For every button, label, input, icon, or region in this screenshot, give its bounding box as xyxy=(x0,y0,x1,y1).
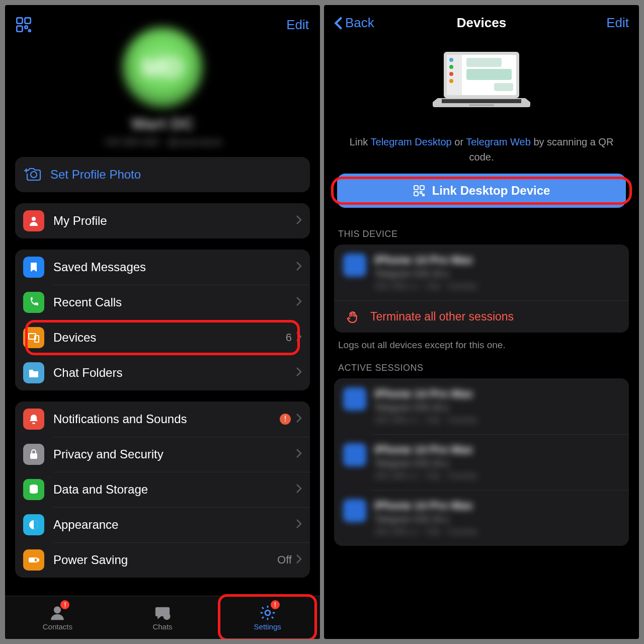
this-device-card: iPhone 14 Pro Max Telegram iOS 10.x 192.… xyxy=(334,245,629,333)
appearance-row[interactable]: Appearance xyxy=(15,507,310,542)
session-row[interactable]: iPhone 14 Pro Max Telegram iOS 10.x 192.… xyxy=(334,490,629,546)
folder-icon xyxy=(23,362,44,383)
svg-point-23 xyxy=(449,72,453,76)
svg-point-17 xyxy=(265,610,270,615)
power-saving-row[interactable]: Power Saving Off xyxy=(15,542,310,578)
devices-panel: Back Devices Edit Link Tele xyxy=(324,5,639,639)
saved-messages-row[interactable]: Saved Messages xyxy=(15,250,310,285)
telegram-desktop-link[interactable]: Telegram Desktop xyxy=(371,136,452,147)
chevron-right-icon xyxy=(296,215,302,227)
devices-row-wrap: Devices 6 xyxy=(15,320,310,355)
svg-rect-1 xyxy=(25,18,31,23)
tab-label: Chats xyxy=(152,622,172,631)
section-header-this-device: THIS DEVICE xyxy=(324,217,639,245)
terminate-sessions-button[interactable]: Terminate all other sessions xyxy=(334,300,629,333)
svg-rect-28 xyxy=(442,99,521,103)
tab-bar: ! Contacts Chats ! Settings xyxy=(5,596,320,639)
devices-icon xyxy=(23,327,44,348)
set-profile-photo-button[interactable]: Set Profile Photo xyxy=(15,157,310,192)
svg-rect-25 xyxy=(466,58,502,67)
device-text: iPhone 14 Pro Max Telegram iOS 10.x 192.… xyxy=(374,499,477,537)
svg-rect-34 xyxy=(423,194,424,196)
back-button[interactable]: Back xyxy=(334,15,374,31)
devices-count: 6 xyxy=(286,331,292,344)
link-desktop-device-button[interactable]: Link Desktop Device xyxy=(337,174,626,208)
svg-point-24 xyxy=(449,79,453,83)
svg-rect-31 xyxy=(420,186,424,190)
devices-row[interactable]: Devices 6 xyxy=(15,320,310,355)
chat-folders-row[interactable]: Chat Folders xyxy=(15,355,310,390)
row-label: Appearance xyxy=(53,518,296,532)
set-photo-label: Set Profile Photo xyxy=(50,168,141,182)
back-label: Back xyxy=(345,15,374,31)
svg-point-21 xyxy=(449,58,453,62)
svg-rect-0 xyxy=(17,18,22,23)
section-footer: Logs out all devices except for this one… xyxy=(324,333,639,351)
bell-icon xyxy=(23,409,44,430)
device-icon xyxy=(343,443,366,466)
privacy-row[interactable]: Privacy and Security xyxy=(15,437,310,472)
profile-subtitle: +00 000 000 · @username xyxy=(103,136,222,148)
button-label: Link Desktop Device xyxy=(432,184,550,198)
row-label: Notifications and Sounds xyxy=(53,412,280,426)
svg-rect-26 xyxy=(466,69,512,80)
qr-icon xyxy=(413,185,425,197)
row-label: Devices xyxy=(53,331,286,345)
tab-contacts[interactable]: ! Contacts xyxy=(5,596,110,639)
session-row[interactable]: iPhone 14 Pro Max Telegram iOS 10.x 192.… xyxy=(334,378,629,434)
terminate-label: Terminate all other sessions xyxy=(370,310,514,324)
svg-point-22 xyxy=(449,65,453,69)
device-icon xyxy=(343,387,366,411)
camera-add-icon xyxy=(24,166,41,183)
chevron-right-icon xyxy=(296,261,302,273)
my-profile-card: My Profile xyxy=(15,203,310,238)
row-label: Privacy and Security xyxy=(53,447,296,461)
chat-group-card: Saved Messages Recent Calls Devices 6 xyxy=(15,250,310,390)
svg-point-6 xyxy=(32,217,36,221)
row-label: Saved Messages xyxy=(53,260,296,274)
svg-rect-33 xyxy=(420,192,422,194)
settings-panel: Edit MD Wart DC +00 000 000 · @username … xyxy=(5,5,320,639)
tab-settings[interactable]: ! Settings xyxy=(215,596,320,639)
my-profile-row[interactable]: My Profile xyxy=(15,203,310,238)
active-sessions-card: iPhone 14 Pro Max Telegram iOS 10.x 192.… xyxy=(334,378,629,546)
this-device-row[interactable]: iPhone 14 Pro Max Telegram iOS 10.x 192.… xyxy=(334,245,629,300)
data-storage-row[interactable]: Data and Storage xyxy=(15,472,310,507)
lock-icon xyxy=(23,444,44,465)
laptop-illustration-icon xyxy=(429,48,534,125)
avatar[interactable]: MD xyxy=(122,27,203,108)
svg-rect-27 xyxy=(494,83,513,91)
chevron-right-icon xyxy=(296,296,302,308)
profile-icon xyxy=(23,210,44,231)
tab-chats[interactable]: Chats xyxy=(110,596,215,639)
device-text: iPhone 14 Pro Max Telegram iOS 10.x 192.… xyxy=(374,443,477,481)
svg-rect-14 xyxy=(30,559,34,561)
session-row[interactable]: iPhone 14 Pro Max Telegram iOS 10.x 192.… xyxy=(334,434,629,490)
row-label: Recent Calls xyxy=(53,295,296,309)
device-icon xyxy=(343,254,366,277)
tab-label: Contacts xyxy=(43,622,72,631)
power-value: Off xyxy=(277,553,292,567)
tab-badge-icon: ! xyxy=(59,599,70,610)
link-description: Link Telegram Desktop or Telegram Web by… xyxy=(324,134,639,165)
database-icon xyxy=(23,479,44,500)
hand-stop-icon xyxy=(346,310,359,324)
svg-rect-20 xyxy=(447,55,462,95)
chevron-right-icon xyxy=(296,448,302,460)
chevron-right-icon xyxy=(296,413,302,425)
chevron-right-icon xyxy=(296,367,302,379)
row-label: Power Saving xyxy=(53,553,277,567)
battery-icon xyxy=(23,549,44,571)
devices-content: Link Telegram Desktop or Telegram Web by… xyxy=(324,41,639,639)
telegram-web-link[interactable]: Telegram Web xyxy=(466,136,531,147)
edit-button[interactable]: Edit xyxy=(606,15,629,31)
chevron-right-icon xyxy=(296,554,302,566)
chevron-right-icon xyxy=(296,519,302,531)
profile-header: MD Wart DC +00 000 000 · @username xyxy=(5,27,320,148)
recent-calls-row[interactable]: Recent Calls xyxy=(15,285,310,320)
chevron-right-icon xyxy=(296,484,302,496)
tab-label: Settings xyxy=(254,622,281,631)
notifications-row[interactable]: Notifications and Sounds ! xyxy=(15,401,310,437)
bookmark-icon xyxy=(23,257,44,278)
alert-badge-icon: ! xyxy=(280,414,291,425)
